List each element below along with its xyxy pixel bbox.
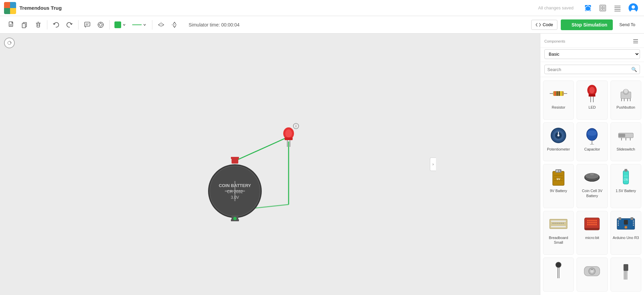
project-title: Tremendous Trug (19, 5, 62, 11)
delete-button[interactable] (32, 19, 44, 30)
svg-rect-3 (601, 6, 602, 8)
svg-point-87 (587, 130, 597, 136)
copy-button[interactable] (19, 19, 31, 30)
divider3 (109, 20, 110, 30)
top-navigation: Tremendous Trug All changes saved (0, 0, 644, 16)
canvas-area[interactable]: COIN BATTERY CR 2032 3.0V i (0, 34, 540, 295)
svg-rect-130 (593, 222, 595, 223)
panel-collapse-button[interactable]: › (430, 158, 436, 171)
component-15[interactable] (610, 257, 641, 292)
component-9v-battery[interactable]: 9V 9V Battery (543, 164, 574, 208)
component-14[interactable] (577, 257, 607, 292)
component-microbit[interactable]: micro:bit (577, 211, 607, 255)
component-13[interactable] (543, 257, 574, 292)
color-picker-button[interactable] (112, 20, 128, 30)
comment-button[interactable] (81, 19, 93, 30)
svg-line-37 (235, 137, 289, 161)
line-preview (132, 24, 142, 25)
component15-image (616, 260, 636, 281)
svg-rect-134 (591, 224, 593, 225)
components-type-select[interactable]: Basic All (544, 49, 640, 59)
arduino-image (616, 214, 636, 234)
svg-rect-19 (37, 23, 40, 27)
component-potentiometer[interactable]: Potentiometer (543, 122, 574, 162)
svg-rect-141 (618, 221, 619, 222)
flip-v-button[interactable] (168, 19, 181, 30)
breadboard-image (548, 214, 568, 234)
svg-point-119 (563, 223, 564, 224)
svg-rect-43 (231, 157, 239, 159)
toolbar: Simulator time: 00:00:04 Code Stop Simul… (0, 16, 644, 34)
stop-simulation-button[interactable]: Stop Simulation (561, 19, 613, 30)
slideswitch-image (616, 125, 636, 145)
search-input[interactable] (547, 67, 631, 72)
component-1v5-battery[interactable]: 1.5V 1.5V Battery (610, 164, 641, 208)
user-avatar-button[interactable] (627, 1, 640, 15)
svg-rect-136 (595, 224, 597, 225)
led-image (582, 83, 602, 104)
svg-rect-112 (551, 221, 566, 222)
svg-rect-143 (618, 225, 619, 226)
component-breadboard[interactable]: Breadboard Small (543, 211, 574, 255)
svg-rect-6 (603, 8, 605, 10)
svg-point-118 (561, 223, 562, 224)
component-slideswitch[interactable]: Slideswitch (610, 122, 641, 162)
svg-rect-132 (587, 224, 589, 225)
svg-rect-121 (585, 228, 599, 230)
svg-rect-91 (618, 134, 625, 137)
led-component[interactable]: i (283, 123, 299, 147)
svg-point-29 (99, 23, 102, 26)
search-input-wrapper: 🔍 (544, 65, 640, 74)
send-to-button[interactable]: Send To (616, 20, 639, 29)
9v-battery-label: 9V Battery (550, 188, 567, 193)
component-coincell-battery[interactable]: Coin Cell 3V Battery (577, 164, 607, 208)
svg-rect-4 (603, 6, 605, 8)
svg-rect-105 (590, 173, 594, 175)
svg-rect-140 (624, 220, 628, 225)
view-schematic-button[interactable] (597, 2, 608, 14)
svg-point-147 (625, 226, 627, 229)
main-area: COIN BATTERY CR 2032 3.0V i (0, 34, 644, 295)
microbit-image (582, 214, 602, 234)
svg-point-115 (555, 223, 556, 224)
undo-button[interactable] (50, 19, 62, 30)
component-capacitor[interactable]: Capacitor (577, 122, 607, 162)
simulate-button[interactable] (95, 19, 107, 30)
chevron-right-icon: › (433, 162, 434, 167)
svg-point-12 (632, 5, 635, 9)
coincell-battery-image (582, 167, 602, 187)
svg-rect-9 (614, 9, 621, 10)
coincell-battery-label: Coin Cell 3V Battery (578, 188, 606, 198)
svg-point-70 (589, 87, 595, 94)
svg-rect-10 (614, 11, 621, 11)
color-swatch (114, 21, 121, 28)
svg-point-148 (556, 262, 561, 268)
svg-point-154 (591, 269, 593, 270)
view-3d-button[interactable] (582, 2, 594, 14)
divider1 (47, 20, 47, 30)
new-button[interactable] (5, 19, 17, 30)
save-status: All changes saved (538, 5, 574, 10)
flip-h-button[interactable] (155, 19, 167, 30)
code-button[interactable]: Code (531, 20, 557, 30)
component-arduino[interactable]: Arduino Uno R3 (610, 211, 641, 255)
svg-rect-107 (625, 169, 627, 172)
component-led[interactable]: LED (577, 80, 607, 120)
capacitor-image (582, 125, 602, 145)
redo-button[interactable] (63, 19, 76, 30)
svg-rect-54 (285, 137, 293, 140)
coin-battery[interactable]: COIN BATTERY CR 2032 3.0V (208, 157, 262, 221)
svg-rect-113 (551, 226, 566, 227)
component-pushbutton[interactable]: Pushbutton (610, 80, 641, 120)
view-table-button[interactable] (612, 2, 623, 14)
line-style-button[interactable] (130, 21, 149, 28)
led-label: LED (589, 105, 596, 110)
arduino-label: Arduino Uno R3 (613, 235, 639, 240)
svg-rect-123 (589, 220, 591, 221)
svg-text:CR 2032: CR 2032 (227, 189, 243, 194)
components-type-row: Basic All (540, 48, 644, 62)
svg-text:COIN BATTERY: COIN BATTERY (219, 183, 251, 188)
component-resistor[interactable]: Resistor (543, 80, 574, 120)
send-to-label: Send To (620, 22, 635, 27)
list-view-button[interactable] (631, 37, 640, 46)
